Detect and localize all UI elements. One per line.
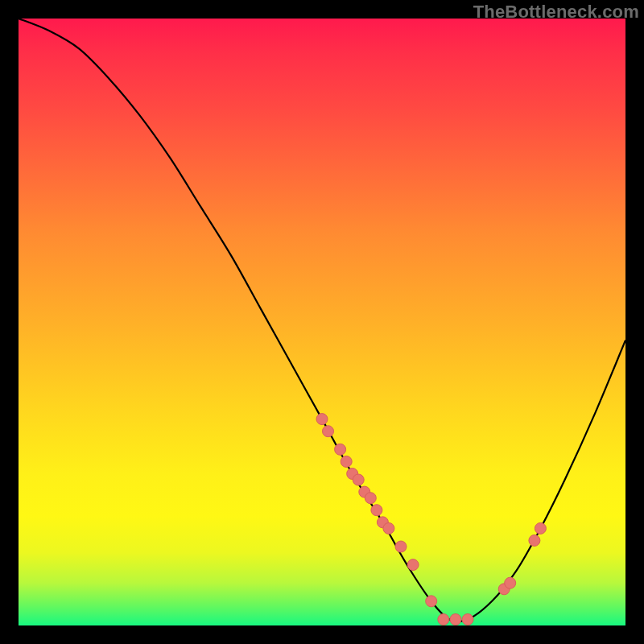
data-point [505,577,516,588]
data-point [365,493,376,504]
data-point [462,614,473,625]
watermark-text: TheBottleneck.com [473,2,639,23]
data-point [438,614,449,625]
data-point [335,444,346,455]
bottleneck-curve [19,19,625,621]
bottleneck-chart [19,19,625,625]
data-point [341,456,352,467]
data-point [383,522,394,534]
data-point [323,426,334,437]
data-point [450,614,461,625]
data-point [353,474,364,485]
data-point [426,596,437,607]
data-point [316,414,328,425]
chart-plot-area [19,19,625,625]
data-point [535,522,546,534]
data-point [371,505,382,516]
data-point [407,559,419,571]
data-point [395,541,407,552]
data-point [529,535,540,546]
